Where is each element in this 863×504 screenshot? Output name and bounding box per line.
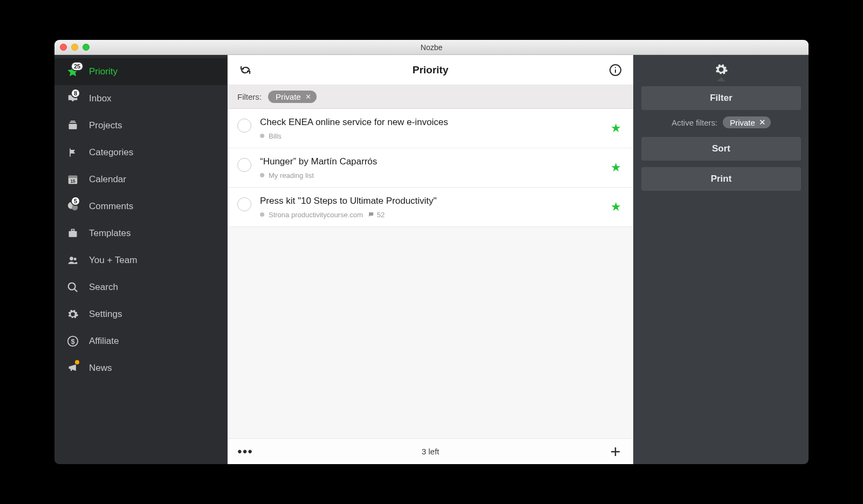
svg-point-18 (615, 67, 616, 68)
sidebar-item-label: Projects (89, 120, 216, 131)
priority-star-icon[interactable]: ★ (611, 200, 621, 214)
comment-count: 52 (367, 211, 385, 219)
task-project: Bills (269, 132, 282, 140)
sidebar-item-label: News (89, 363, 216, 374)
sidebar-item-label: Templates (89, 228, 216, 239)
main-panel: Priority Filters: Private ✕ Check ENEA o… (227, 55, 634, 464)
info-button[interactable] (607, 62, 624, 78)
priority-star-icon[interactable]: ★ (611, 121, 621, 135)
active-filters-label: Active filters: (672, 118, 717, 127)
svg-text:$: $ (71, 337, 74, 346)
filter-chip-private[interactable]: Private ✕ (268, 91, 317, 103)
news-dot-indicator (75, 360, 79, 364)
options-gear-row (641, 63, 801, 77)
active-filters-row: Active filters: Private ✕ (641, 116, 801, 128)
svg-rect-4 (69, 176, 78, 178)
inbox-icon: 8 (65, 93, 80, 105)
filter-chip-label: Private (276, 92, 301, 101)
sidebar-item-affiliate[interactable]: $ Affiliate (54, 328, 227, 355)
titlebar: Nozbe (54, 40, 809, 55)
more-button[interactable]: ••• (237, 444, 254, 460)
task-row[interactable]: “Hunger” by Martín Caparrós My reading l… (228, 148, 633, 188)
sidebar-item-projects[interactable]: Projects (54, 112, 227, 139)
comment-count-value: 52 (377, 211, 385, 219)
gear-icon[interactable] (714, 63, 728, 77)
options-panel: Filter Active filters: Private ✕ Sort Pr… (634, 55, 809, 464)
task-project: My reading list (269, 171, 314, 179)
dollar-icon: $ (65, 335, 80, 347)
svg-point-10 (70, 257, 73, 260)
task-title: Press kit "10 Steps to Ultimate Producti… (260, 195, 602, 208)
svg-rect-1 (70, 122, 76, 123)
task-title: “Hunger” by Martín Caparrós (260, 156, 602, 168)
sidebar-item-calendar[interactable]: 15 Calendar (54, 166, 227, 193)
active-filter-chip[interactable]: Private ✕ (723, 116, 771, 128)
comments-icon: 5 (65, 201, 80, 212)
task-body: Check ENEA online service for new e-invo… (260, 116, 602, 140)
complete-checkbox[interactable] (237, 158, 251, 172)
inbox-count-badge: 8 (71, 88, 80, 98)
project-dot-icon (260, 134, 264, 138)
complete-checkbox[interactable] (237, 119, 251, 133)
active-filter-chip-label: Private (730, 118, 755, 127)
task-row[interactable]: Press kit "10 Steps to Ultimate Producti… (228, 188, 633, 227)
sidebar-item-label: You + Team (89, 255, 216, 266)
sidebar-item-news[interactable]: News (54, 355, 227, 382)
sidebar-item-inbox[interactable]: 8 Inbox (54, 85, 227, 112)
star-icon: 25 (65, 66, 80, 78)
sidebar-item-templates[interactable]: Templates (54, 220, 227, 247)
app-body: 25 Priority 8 Inbox Projects (54, 55, 809, 464)
calendar-icon: 15 (65, 174, 80, 185)
page-title: Priority (228, 64, 633, 76)
sidebar-item-label: Categories (89, 147, 216, 158)
window-title: Nozbe (54, 43, 809, 52)
svg-rect-0 (69, 124, 77, 129)
sidebar: 25 Priority 8 Inbox Projects (54, 55, 227, 464)
priority-count-badge: 25 (71, 61, 84, 71)
sidebar-item-label: Settings (89, 309, 216, 320)
task-meta: Strona productivitycourse.com 52 (260, 211, 602, 219)
briefcase-icon (65, 227, 80, 239)
complete-checkbox[interactable] (237, 197, 251, 211)
task-row[interactable]: Check ENEA online service for new e-invo… (228, 109, 633, 148)
task-body: Press kit "10 Steps to Ultimate Producti… (260, 195, 602, 219)
sidebar-item-settings[interactable]: Settings (54, 301, 227, 328)
task-list: Check ENEA online service for new e-invo… (228, 109, 633, 438)
tasks-left-label: 3 left (228, 447, 633, 456)
filters-bar: Filters: Private ✕ (228, 85, 633, 109)
flag-icon (65, 147, 80, 158)
task-title: Check ENEA online service for new e-invo… (260, 116, 602, 129)
search-icon (65, 281, 80, 293)
filter-button[interactable]: Filter (641, 86, 801, 110)
add-task-button[interactable] (607, 444, 624, 460)
project-dot-icon (260, 173, 264, 177)
svg-rect-9 (72, 230, 74, 231)
svg-line-13 (74, 289, 78, 292)
sort-button[interactable]: Sort (641, 137, 801, 161)
remove-filter-icon[interactable]: ✕ (759, 118, 766, 127)
task-project: Strona productivitycourse.com (269, 211, 363, 219)
svg-text:15: 15 (70, 179, 76, 184)
priority-star-icon[interactable]: ★ (611, 161, 621, 175)
comments-count-badge: 5 (71, 196, 80, 206)
print-button[interactable]: Print (641, 167, 801, 191)
sidebar-item-team[interactable]: You + Team (54, 247, 227, 274)
svg-rect-2 (71, 121, 75, 122)
comment-icon (367, 211, 375, 218)
footer-bar: ••• 3 left (228, 438, 633, 464)
sidebar-item-priority[interactable]: 25 Priority (54, 58, 227, 85)
task-meta: Bills (260, 132, 602, 140)
sidebar-item-search[interactable]: Search (54, 274, 227, 301)
refresh-button[interactable] (237, 62, 254, 78)
people-icon (65, 254, 80, 266)
sidebar-item-comments[interactable]: 5 Comments (54, 193, 227, 220)
filters-label: Filters: (237, 92, 262, 101)
task-meta: My reading list (260, 171, 602, 179)
sidebar-item-label: Priority (89, 66, 216, 77)
project-dot-icon (260, 212, 264, 217)
sidebar-item-categories[interactable]: Categories (54, 139, 227, 166)
filter-button-label: Filter (710, 93, 732, 103)
sidebar-item-label: Inbox (89, 93, 216, 104)
sidebar-item-label: Affiliate (89, 336, 216, 347)
remove-filter-icon[interactable]: ✕ (305, 93, 311, 101)
